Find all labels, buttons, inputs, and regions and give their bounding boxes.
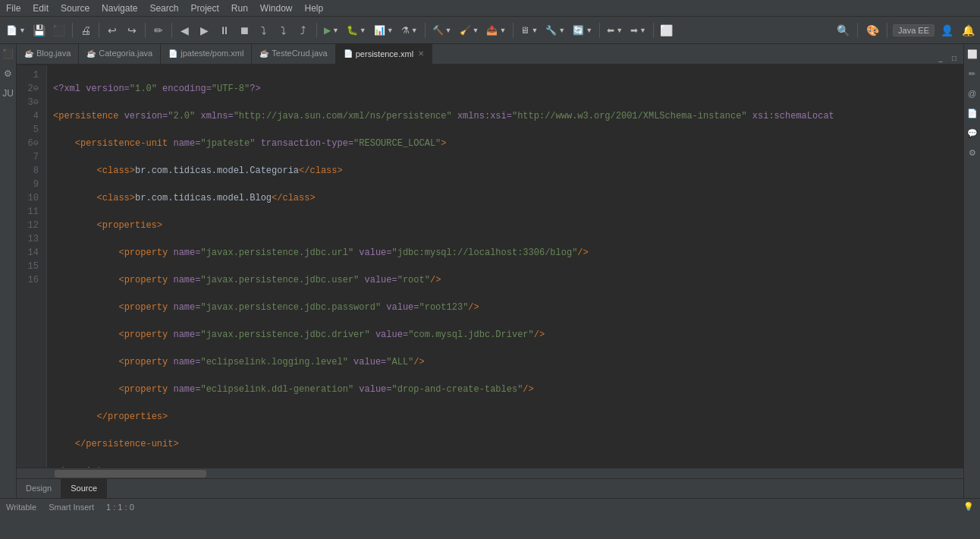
menu-project[interactable]: Project (184, 2, 225, 15)
hscroll-thumb[interactable] (55, 470, 206, 478)
sep9 (653, 23, 654, 38)
menu-navigate[interactable]: Navigate (96, 2, 143, 15)
statusbar: Writable Smart Insert 1 : 1 : 0 💡 (0, 498, 980, 515)
rs-icon-6[interactable]: ⚙ (966, 146, 979, 159)
debug-arrow: ▼ (360, 27, 366, 34)
server2-dropdown[interactable]: 🔧 ▼ (542, 24, 568, 37)
line-numbers: 1 2⊖ 3⊖ 4 5 6⊖ 7 8 9 10 11 12 13 14 15 1… (17, 65, 47, 468)
notifications-button[interactable]: 🔔 (959, 21, 977, 39)
sep5 (316, 23, 317, 38)
nav-fwd-dropdown[interactable]: ➡ ▼ (627, 24, 649, 37)
tab-label-blog: Blog.java (36, 49, 71, 58)
line-num-4: 4 (17, 109, 43, 123)
run-arrow: ▼ (332, 27, 339, 34)
build-dropdown[interactable]: 🔨 ▼ (429, 24, 455, 37)
menu-file[interactable]: File (0, 2, 27, 15)
tab-categoria-java[interactable]: ☕ Categoria.java (79, 44, 161, 64)
line-num-13: 13 (17, 232, 43, 246)
rs-icon-4[interactable]: 📄 (966, 106, 979, 120)
bottom-tab-design[interactable]: Design (17, 478, 61, 498)
rs-icon-3[interactable]: @ (966, 87, 979, 100)
code-content[interactable]: <?xml version="1.0" encoding="UTF-8"?> <… (47, 65, 963, 468)
prev-button[interactable]: ◀ (176, 21, 194, 39)
new-dropdown[interactable]: 📄 ▼ (3, 24, 29, 37)
menu-search[interactable]: Search (143, 2, 184, 15)
deploy-dropdown[interactable]: 📤 ▼ (483, 24, 509, 37)
rs-icon-5[interactable]: 💬 (966, 126, 979, 140)
code-line-6: <properties> (53, 219, 957, 232)
sidebar-icon-3[interactable]: JU (2, 87, 15, 100)
next-button[interactable]: ▶ (196, 21, 214, 39)
palette-button[interactable]: 🎨 (863, 21, 881, 39)
menu-run[interactable]: Run (225, 2, 254, 15)
step-out-button[interactable]: ⤴ (294, 21, 313, 39)
debug-dropdown[interactable]: 🐛 ▼ (344, 24, 369, 37)
code-line-1: <?xml version="1.0" encoding="UTF-8"?> (53, 82, 957, 96)
sep8 (599, 23, 600, 38)
sync-dropdown[interactable]: 🔄 ▼ (570, 24, 595, 37)
line-num-10: 10 (17, 191, 43, 205)
sep7 (513, 23, 514, 38)
sidebar-icon-2[interactable]: ⚙ (2, 67, 15, 80)
profile-dropdown[interactable]: 📊 ▼ (371, 24, 397, 37)
run-dropdown[interactable]: ▶ ▼ (321, 24, 342, 37)
tab-maximize-button[interactable]: □ (948, 52, 960, 64)
tab-persistence-xml[interactable]: 📄 persistence.xml ✕ (336, 44, 432, 64)
line-num-8: 8 (17, 164, 43, 178)
javaee-label[interactable]: Java EE (893, 24, 934, 36)
tab-close-persistence[interactable]: ✕ (418, 49, 424, 58)
writable-label: Writable (6, 503, 36, 512)
rs-icon-1[interactable]: ⬜ (966, 47, 979, 61)
print-button[interactable]: 🖨 (77, 21, 95, 39)
deploy-icon: 📤 (486, 25, 498, 36)
clean-dropdown[interactable]: 🧹 ▼ (457, 24, 482, 37)
tab-testecrud-java[interactable]: ☕ TesteCrud.java (252, 44, 335, 64)
tab-label-categoria: Categoria.java (99, 49, 152, 58)
stop-button[interactable]: ⏹ (235, 21, 253, 39)
tabs-bar: ☕ Blog.java ☕ Categoria.java 📄 jpateste/… (17, 44, 963, 65)
search-button[interactable]: 🔍 (834, 21, 852, 39)
sep6 (425, 23, 426, 38)
rs-icon-2[interactable]: ✏ (966, 67, 979, 80)
deploy-arrow: ▼ (499, 27, 506, 34)
profile-mgr-button[interactable]: 👤 (938, 21, 956, 39)
step-over-button[interactable]: ⤵ (255, 21, 273, 39)
code-line-2: <persistence version="2.0" xmlns="http:/… (53, 109, 957, 123)
bottom-tab-source[interactable]: Source (61, 478, 107, 498)
tab-pom-xml[interactable]: 📄 jpateste/pom.xml (161, 44, 252, 64)
save-all-button[interactable]: ⬛ (50, 21, 68, 39)
test-dropdown[interactable]: ⚗ ▼ (398, 24, 421, 37)
refactor-button[interactable]: ✏ (149, 21, 168, 39)
debug-icon: 🐛 (347, 25, 358, 36)
sync-arrow: ▼ (586, 27, 592, 34)
status-right: 💡 (963, 502, 974, 512)
sidebar-icon-1[interactable]: ⬛ (2, 47, 15, 61)
tab-blog-java[interactable]: ☕ Blog.java (17, 44, 79, 64)
nav-back-arrow: ▼ (616, 27, 623, 34)
code-line-3: <persistence-unit name="jpateste" transa… (53, 137, 957, 150)
tab-label-persistence: persistence.xml (356, 49, 413, 58)
line-num-11: 11 (17, 205, 43, 219)
menu-source[interactable]: Source (55, 2, 96, 15)
right-sidebar: ⬜ ✏ @ 📄 💬 ⚙ (963, 44, 980, 498)
maximize-editor-button[interactable]: ⬜ (658, 21, 676, 39)
server-dropdown[interactable]: 🖥 ▼ (517, 24, 541, 37)
code-line-14: </persistence-unit> (53, 437, 957, 451)
line-num-9: 9 (17, 178, 43, 191)
tab-icon-blog: ☕ (24, 49, 33, 58)
redo-button[interactable]: ↪ (123, 21, 141, 39)
menu-window[interactable]: Window (254, 2, 299, 15)
save-button[interactable]: 💾 (30, 21, 49, 39)
menu-edit[interactable]: Edit (27, 2, 55, 15)
main-toolbar: 📄 ▼ 💾 ⬛ 🖨 ↩ ↪ ✏ ◀ ▶ ⏸ ⏹ ⤵ ⤵ ⤴ ▶ ▼ 🐛 ▼ 📊 … (0, 17, 980, 44)
undo-button[interactable]: ↩ (103, 21, 121, 39)
code-line-4: <class>br.com.tidicas.model.Categoria</c… (53, 164, 957, 178)
tab-minimize-button[interactable]: _ (934, 52, 947, 64)
pause-button[interactable]: ⏸ (215, 21, 234, 39)
code-line-7: <property name="javax.persistence.jdbc.u… (53, 246, 957, 260)
horizontal-scrollbar[interactable] (17, 468, 963, 478)
toolbar-right: 🔍 🎨 Java EE 👤 🔔 (834, 21, 977, 39)
menu-help[interactable]: Help (299, 2, 330, 15)
nav-back-dropdown[interactable]: ⬅ ▼ (604, 24, 626, 37)
step-into-button[interactable]: ⤵ (275, 21, 293, 39)
